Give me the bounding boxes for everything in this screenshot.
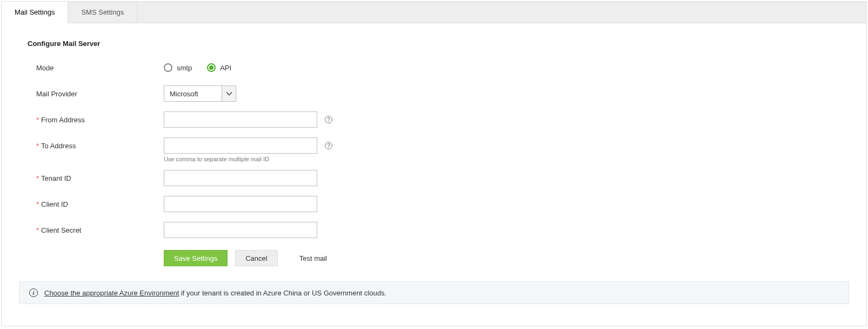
azure-environment-link[interactable]: Choose the appropriate Azure Environment	[44, 289, 179, 297]
help-icon[interactable]: ?	[325, 116, 332, 123]
tab-content: Configure Mail Server Mode smtp API Mail…	[2, 23, 866, 326]
select-value: Microsoft	[164, 86, 222, 101]
row-to-address: *To Address ?	[23, 137, 845, 154]
mail-provider-select[interactable]: Microsoft	[164, 85, 236, 102]
radio-label-smtp: smtp	[177, 64, 192, 72]
row-mail-provider: Mail Provider Microsoft	[23, 85, 845, 102]
info-icon: i	[29, 288, 38, 297]
tab-sms-settings[interactable]: SMS Settings	[68, 2, 137, 23]
label-client-id: *Client ID	[23, 200, 164, 208]
radio-label-api: API	[220, 64, 231, 72]
label-client-secret: *Client Secret	[23, 226, 164, 234]
radio-api[interactable]: API	[207, 63, 231, 72]
tab-mail-settings[interactable]: Mail Settings	[2, 2, 68, 23]
row-to-address-hint: Use comma to separate multiple mail ID	[23, 156, 845, 162]
info-banner-rest: if your tenant is created in Azure China…	[179, 289, 386, 297]
label-to-address: *To Address	[23, 142, 164, 150]
required-mark: *	[36, 116, 39, 124]
label-tenant-id: *Tenant ID	[23, 174, 164, 182]
radio-icon	[207, 63, 216, 72]
settings-panel: Mail Settings SMS Settings Configure Mai…	[1, 1, 867, 326]
required-mark: *	[36, 174, 39, 182]
info-banner: i Choose the appropriate Azure Environme…	[19, 281, 849, 304]
row-client-id: *Client ID	[23, 196, 845, 212]
test-mail-link[interactable]: Test mail	[299, 254, 327, 262]
required-mark: *	[36, 142, 39, 150]
required-mark: *	[36, 200, 39, 208]
tab-bar: Mail Settings SMS Settings	[2, 2, 866, 23]
row-client-secret: *Client Secret	[23, 222, 845, 238]
from-address-input[interactable]	[164, 111, 317, 128]
to-address-hint: Use comma to separate multiple mail ID	[23, 156, 845, 162]
to-address-input[interactable]	[164, 137, 317, 154]
chevron-down-icon	[222, 86, 236, 101]
label-mode: Mode	[23, 64, 164, 72]
cancel-button[interactable]: Cancel	[235, 250, 277, 266]
button-row: Save Settings Cancel Test mail	[23, 250, 845, 266]
label-from-address: *From Address	[23, 116, 164, 124]
label-mail-provider: Mail Provider	[23, 90, 164, 98]
row-tenant-id: *Tenant ID	[23, 170, 845, 186]
help-icon[interactable]: ?	[325, 142, 332, 149]
save-button[interactable]: Save Settings	[164, 250, 228, 266]
row-from-address: *From Address ?	[23, 111, 845, 128]
info-banner-text: Choose the appropriate Azure Environment…	[44, 289, 386, 297]
radio-icon	[164, 63, 172, 72]
radio-smtp[interactable]: smtp	[164, 63, 192, 72]
section-title: Configure Mail Server	[23, 40, 845, 48]
client-id-input[interactable]	[164, 196, 317, 212]
client-secret-input[interactable]	[164, 222, 317, 238]
tenant-id-input[interactable]	[164, 170, 317, 186]
row-mode: Mode smtp API	[23, 60, 845, 76]
required-mark: *	[36, 226, 39, 234]
